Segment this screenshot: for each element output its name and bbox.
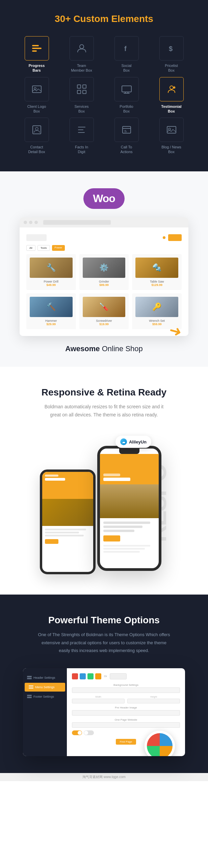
element-label-pricelist: PricelistBox xyxy=(165,63,178,73)
element-team-member-box[interactable]: TeamMember Box xyxy=(61,36,102,73)
woo-product-img: ⚙️ xyxy=(83,258,126,278)
woo-section: Woo All Tools Power 🔧 xyxy=(0,171,208,367)
color-input[interactable] xyxy=(110,673,127,679)
alileyun-text: AlileyUn xyxy=(129,439,147,444)
element-label-testimonial: TestimonialBox xyxy=(161,104,181,114)
swatch-green[interactable] xyxy=(87,673,94,679)
phone-orange-header xyxy=(100,454,159,484)
woo-product: 🔨 Hammer $29.99 xyxy=(26,293,76,329)
element-social-box[interactable]: f SocialBox xyxy=(106,36,147,73)
settings-field-4: Pre Header Image xyxy=(72,706,180,716)
woo-product: 🔩 Table Saw $129.99 xyxy=(132,254,182,290)
element-contact-detail-box[interactable]: ContactDetail Box xyxy=(16,118,57,154)
heading-number: 30+ xyxy=(55,14,71,24)
responsive-section: Responsive & Retina Ready Boldman automa… xyxy=(0,367,208,595)
element-progress-bars[interactable]: ProgressBars xyxy=(16,36,57,73)
main-phone-mockup xyxy=(97,446,161,571)
woo-section-title: Awesome Online Shop xyxy=(7,344,201,353)
svg-point-7 xyxy=(34,88,36,90)
element-icon-box-facts xyxy=(70,118,94,142)
element-icon-box-services xyxy=(70,77,94,101)
color-circle-green xyxy=(147,746,160,756)
woo-product-name: Table Saw xyxy=(135,280,178,283)
woo-product-name: Power Drill xyxy=(30,280,73,283)
contact-detail-icon xyxy=(31,124,43,136)
svg-text:$: $ xyxy=(169,45,173,52)
team-member-icon xyxy=(76,42,88,54)
element-icon-box-progress-bars xyxy=(25,36,49,61)
second-phone-header xyxy=(42,472,93,499)
swatch-red[interactable] xyxy=(72,673,78,679)
svg-rect-11 xyxy=(83,90,86,94)
element-icon-box-contact xyxy=(25,118,49,142)
phone-text-content xyxy=(100,518,159,556)
theme-mockup-layout: Header Settings Menu Settings xyxy=(23,668,185,756)
svg-text:f: f xyxy=(124,45,127,52)
responsive-heading: Responsive & Retina Ready xyxy=(10,387,198,398)
element-services-box[interactable]: ServicesBox xyxy=(61,77,102,114)
element-label-contact: ContactDetail Box xyxy=(28,145,45,154)
color-picker-area: Or xyxy=(72,673,180,679)
element-icon-box-portfolio xyxy=(114,77,139,101)
second-phone-text xyxy=(42,526,93,547)
field-label-1: Background Settings xyxy=(72,683,180,686)
element-icon-box-client-logo xyxy=(25,77,49,101)
element-client-logo-box[interactable]: Client LogoBox xyxy=(16,77,57,114)
portfolio-icon xyxy=(121,83,133,95)
swatch-blue[interactable] xyxy=(80,673,86,679)
element-portfolio-box[interactable]: PortfolioBox xyxy=(106,77,147,114)
swatch-or-label: Or xyxy=(104,675,107,678)
swatch-orange[interactable] xyxy=(95,673,101,679)
sidebar-label-footer: Footer Settings xyxy=(33,695,54,698)
testimonial-icon xyxy=(165,83,178,95)
element-icon-box-cta xyxy=(114,118,139,142)
woo-product-img: 🔧 xyxy=(30,258,73,278)
save-button-label: First Page xyxy=(116,739,136,745)
alileyun-badge: ☁ AlileyUn xyxy=(115,436,151,448)
element-facts-in-digit[interactable]: Facts InDigit xyxy=(61,118,102,154)
responsive-description: Boldman automaticaly resizes to fit the … xyxy=(40,403,168,419)
toggle-off[interactable] xyxy=(84,730,94,735)
woo-product-img: 🔑 xyxy=(135,297,178,317)
element-call-to-actions[interactable]: Call ToActions xyxy=(106,118,147,154)
sidebar-item-header-settings[interactable]: Header Settings xyxy=(23,673,67,682)
woo-product-price: $29.99 xyxy=(30,322,73,326)
settings-field-1: Background Settings xyxy=(72,683,180,693)
call-to-action-icon xyxy=(121,124,133,136)
theme-options-section: Powerful Theme Options One of The Streng… xyxy=(0,595,208,773)
social-box-icon: f xyxy=(121,42,133,54)
element-label-team-member: TeamMember Box xyxy=(71,63,92,73)
sidebar-item-footer-settings[interactable]: Footer Settings xyxy=(23,692,67,701)
facts-icon xyxy=(76,124,88,136)
element-testimonial-box[interactable]: TestimonialBox xyxy=(151,77,192,114)
woo-title-rest: Online Shop xyxy=(102,344,143,353)
woo-mockup: All Tools Power 🔧 Power Drill $49.99 ⚙️ … xyxy=(20,217,188,336)
svg-rect-9 xyxy=(83,85,86,88)
svg-rect-0 xyxy=(32,45,39,46)
svg-rect-12 xyxy=(122,86,131,92)
svg-rect-16 xyxy=(123,126,131,133)
theme-options-mockup: Header Settings Menu Settings xyxy=(23,668,185,756)
theme-sidebar: Header Settings Menu Settings xyxy=(23,668,67,756)
element-label-portfolio: PortfolioBox xyxy=(120,104,133,114)
svg-point-15 xyxy=(35,127,38,130)
element-label-progress-bars: ProgressBars xyxy=(29,63,45,73)
woo-badge-text: Woo xyxy=(93,192,115,205)
woo-product-img: 🪛 xyxy=(83,297,126,317)
woo-product: 🪛 Screwdriver $19.99 xyxy=(79,293,129,329)
services-box-icon xyxy=(76,83,88,95)
sidebar-item-menu-settings[interactable]: Menu Settings xyxy=(25,683,65,692)
settings-row: Width Height xyxy=(72,696,180,703)
field-input-1[interactable] xyxy=(72,688,180,693)
elements-grid: ProgressBars TeamMember Box f SocialBox xyxy=(16,36,192,154)
element-pricelist-box[interactable]: $ PricelistBox xyxy=(151,36,192,73)
settings-field-5: One Page Website xyxy=(72,718,180,728)
settings-field-2: Width xyxy=(72,696,125,703)
element-blog-news-box[interactable]: Blog / NewsBox xyxy=(151,118,192,154)
sidebar-label-header: Header Settings xyxy=(33,676,55,679)
svg-rect-10 xyxy=(77,90,81,94)
toggle-on[interactable] xyxy=(72,730,82,735)
blog-news-icon xyxy=(165,124,178,136)
svg-rect-2 xyxy=(32,50,37,52)
color-circle-red xyxy=(147,733,160,746)
